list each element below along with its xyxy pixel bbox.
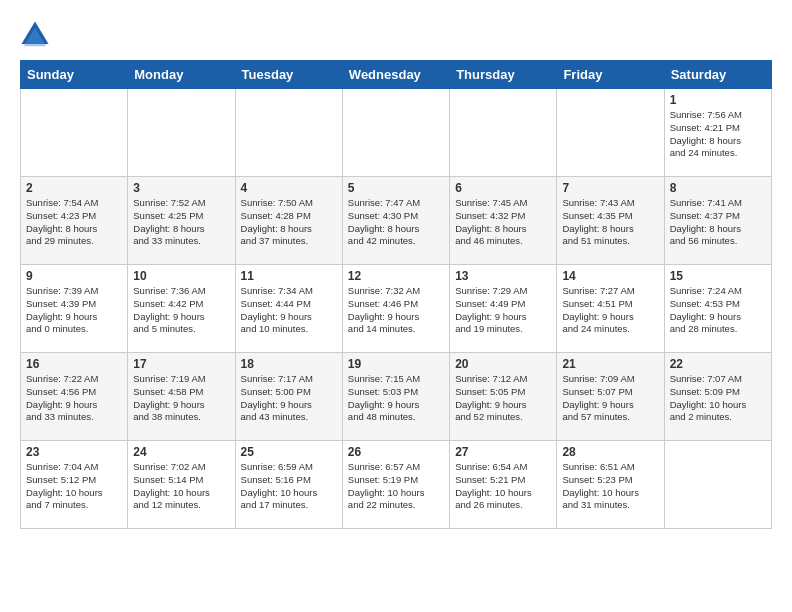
- calendar-cell: 5Sunrise: 7:47 AM Sunset: 4:30 PM Daylig…: [342, 177, 449, 265]
- calendar-cell: 26Sunrise: 6:57 AM Sunset: 5:19 PM Dayli…: [342, 441, 449, 529]
- calendar-cell: 10Sunrise: 7:36 AM Sunset: 4:42 PM Dayli…: [128, 265, 235, 353]
- weekday-header-tuesday: Tuesday: [235, 61, 342, 89]
- day-info: Sunrise: 6:51 AM Sunset: 5:23 PM Dayligh…: [562, 461, 658, 512]
- day-number: 4: [241, 181, 337, 195]
- day-info: Sunrise: 7:12 AM Sunset: 5:05 PM Dayligh…: [455, 373, 551, 424]
- calendar-cell: 9Sunrise: 7:39 AM Sunset: 4:39 PM Daylig…: [21, 265, 128, 353]
- day-number: 6: [455, 181, 551, 195]
- calendar-table: SundayMondayTuesdayWednesdayThursdayFrid…: [20, 60, 772, 529]
- calendar-cell: 25Sunrise: 6:59 AM Sunset: 5:16 PM Dayli…: [235, 441, 342, 529]
- day-number: 8: [670, 181, 766, 195]
- day-number: 10: [133, 269, 229, 283]
- day-info: Sunrise: 7:47 AM Sunset: 4:30 PM Dayligh…: [348, 197, 444, 248]
- week-row-1: 1Sunrise: 7:56 AM Sunset: 4:21 PM Daylig…: [21, 89, 772, 177]
- day-info: Sunrise: 6:59 AM Sunset: 5:16 PM Dayligh…: [241, 461, 337, 512]
- calendar-cell: 22Sunrise: 7:07 AM Sunset: 5:09 PM Dayli…: [664, 353, 771, 441]
- day-number: 22: [670, 357, 766, 371]
- day-info: Sunrise: 7:36 AM Sunset: 4:42 PM Dayligh…: [133, 285, 229, 336]
- week-row-3: 9Sunrise: 7:39 AM Sunset: 4:39 PM Daylig…: [21, 265, 772, 353]
- header: [20, 20, 772, 50]
- day-number: 28: [562, 445, 658, 459]
- calendar-cell: [557, 89, 664, 177]
- day-number: 9: [26, 269, 122, 283]
- day-number: 16: [26, 357, 122, 371]
- calendar-cell: 7Sunrise: 7:43 AM Sunset: 4:35 PM Daylig…: [557, 177, 664, 265]
- day-number: 23: [26, 445, 122, 459]
- day-number: 21: [562, 357, 658, 371]
- day-info: Sunrise: 6:54 AM Sunset: 5:21 PM Dayligh…: [455, 461, 551, 512]
- day-number: 26: [348, 445, 444, 459]
- day-info: Sunrise: 6:57 AM Sunset: 5:19 PM Dayligh…: [348, 461, 444, 512]
- calendar-cell: [21, 89, 128, 177]
- day-number: 25: [241, 445, 337, 459]
- calendar-cell: 14Sunrise: 7:27 AM Sunset: 4:51 PM Dayli…: [557, 265, 664, 353]
- day-info: Sunrise: 7:09 AM Sunset: 5:07 PM Dayligh…: [562, 373, 658, 424]
- weekday-header-saturday: Saturday: [664, 61, 771, 89]
- day-info: Sunrise: 7:17 AM Sunset: 5:00 PM Dayligh…: [241, 373, 337, 424]
- day-number: 14: [562, 269, 658, 283]
- calendar-header: SundayMondayTuesdayWednesdayThursdayFrid…: [21, 61, 772, 89]
- day-info: Sunrise: 7:22 AM Sunset: 4:56 PM Dayligh…: [26, 373, 122, 424]
- calendar-cell: 20Sunrise: 7:12 AM Sunset: 5:05 PM Dayli…: [450, 353, 557, 441]
- week-row-2: 2Sunrise: 7:54 AM Sunset: 4:23 PM Daylig…: [21, 177, 772, 265]
- calendar-cell: [235, 89, 342, 177]
- day-info: Sunrise: 7:45 AM Sunset: 4:32 PM Dayligh…: [455, 197, 551, 248]
- calendar-cell: 4Sunrise: 7:50 AM Sunset: 4:28 PM Daylig…: [235, 177, 342, 265]
- calendar-cell: 11Sunrise: 7:34 AM Sunset: 4:44 PM Dayli…: [235, 265, 342, 353]
- day-info: Sunrise: 7:19 AM Sunset: 4:58 PM Dayligh…: [133, 373, 229, 424]
- calendar-body: 1Sunrise: 7:56 AM Sunset: 4:21 PM Daylig…: [21, 89, 772, 529]
- calendar-cell: 16Sunrise: 7:22 AM Sunset: 4:56 PM Dayli…: [21, 353, 128, 441]
- day-info: Sunrise: 7:02 AM Sunset: 5:14 PM Dayligh…: [133, 461, 229, 512]
- calendar-cell: [342, 89, 449, 177]
- day-info: Sunrise: 7:07 AM Sunset: 5:09 PM Dayligh…: [670, 373, 766, 424]
- calendar-cell: 1Sunrise: 7:56 AM Sunset: 4:21 PM Daylig…: [664, 89, 771, 177]
- day-info: Sunrise: 7:52 AM Sunset: 4:25 PM Dayligh…: [133, 197, 229, 248]
- weekday-header-wednesday: Wednesday: [342, 61, 449, 89]
- calendar-cell: [664, 441, 771, 529]
- day-info: Sunrise: 7:43 AM Sunset: 4:35 PM Dayligh…: [562, 197, 658, 248]
- day-info: Sunrise: 7:04 AM Sunset: 5:12 PM Dayligh…: [26, 461, 122, 512]
- weekday-header-sunday: Sunday: [21, 61, 128, 89]
- calendar-cell: [450, 89, 557, 177]
- calendar-cell: 18Sunrise: 7:17 AM Sunset: 5:00 PM Dayli…: [235, 353, 342, 441]
- day-number: 19: [348, 357, 444, 371]
- calendar-cell: 13Sunrise: 7:29 AM Sunset: 4:49 PM Dayli…: [450, 265, 557, 353]
- day-info: Sunrise: 7:34 AM Sunset: 4:44 PM Dayligh…: [241, 285, 337, 336]
- page-container: SundayMondayTuesdayWednesdayThursdayFrid…: [20, 20, 772, 529]
- calendar-cell: [128, 89, 235, 177]
- logo: [20, 20, 54, 50]
- calendar-cell: 19Sunrise: 7:15 AM Sunset: 5:03 PM Dayli…: [342, 353, 449, 441]
- day-number: 13: [455, 269, 551, 283]
- weekday-header-friday: Friday: [557, 61, 664, 89]
- day-number: 27: [455, 445, 551, 459]
- day-number: 3: [133, 181, 229, 195]
- day-info: Sunrise: 7:27 AM Sunset: 4:51 PM Dayligh…: [562, 285, 658, 336]
- day-number: 5: [348, 181, 444, 195]
- calendar-cell: 28Sunrise: 6:51 AM Sunset: 5:23 PM Dayli…: [557, 441, 664, 529]
- day-info: Sunrise: 7:24 AM Sunset: 4:53 PM Dayligh…: [670, 285, 766, 336]
- day-info: Sunrise: 7:41 AM Sunset: 4:37 PM Dayligh…: [670, 197, 766, 248]
- day-number: 7: [562, 181, 658, 195]
- day-number: 11: [241, 269, 337, 283]
- weekday-header-row: SundayMondayTuesdayWednesdayThursdayFrid…: [21, 61, 772, 89]
- day-number: 12: [348, 269, 444, 283]
- day-info: Sunrise: 7:29 AM Sunset: 4:49 PM Dayligh…: [455, 285, 551, 336]
- calendar-cell: 15Sunrise: 7:24 AM Sunset: 4:53 PM Dayli…: [664, 265, 771, 353]
- logo-icon: [20, 20, 50, 50]
- calendar-cell: 6Sunrise: 7:45 AM Sunset: 4:32 PM Daylig…: [450, 177, 557, 265]
- week-row-4: 16Sunrise: 7:22 AM Sunset: 4:56 PM Dayli…: [21, 353, 772, 441]
- day-number: 1: [670, 93, 766, 107]
- day-info: Sunrise: 7:54 AM Sunset: 4:23 PM Dayligh…: [26, 197, 122, 248]
- day-info: Sunrise: 7:56 AM Sunset: 4:21 PM Dayligh…: [670, 109, 766, 160]
- calendar-cell: 21Sunrise: 7:09 AM Sunset: 5:07 PM Dayli…: [557, 353, 664, 441]
- day-info: Sunrise: 7:32 AM Sunset: 4:46 PM Dayligh…: [348, 285, 444, 336]
- calendar-cell: 17Sunrise: 7:19 AM Sunset: 4:58 PM Dayli…: [128, 353, 235, 441]
- calendar-cell: 12Sunrise: 7:32 AM Sunset: 4:46 PM Dayli…: [342, 265, 449, 353]
- day-number: 20: [455, 357, 551, 371]
- day-info: Sunrise: 7:50 AM Sunset: 4:28 PM Dayligh…: [241, 197, 337, 248]
- day-number: 18: [241, 357, 337, 371]
- day-number: 2: [26, 181, 122, 195]
- calendar-cell: 23Sunrise: 7:04 AM Sunset: 5:12 PM Dayli…: [21, 441, 128, 529]
- day-number: 24: [133, 445, 229, 459]
- day-number: 17: [133, 357, 229, 371]
